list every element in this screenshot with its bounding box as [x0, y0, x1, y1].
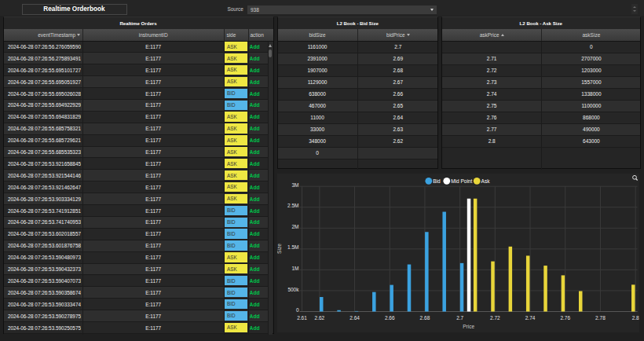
svg-text:2.61: 2.61: [297, 315, 307, 321]
svg-text:2M: 2M: [291, 224, 298, 229]
svg-text:2.76: 2.76: [560, 315, 570, 321]
svg-text:1M: 1M: [291, 266, 298, 271]
svg-text:1.5M: 1.5M: [287, 244, 298, 250]
svg-text:2.78: 2.78: [595, 315, 606, 321]
svg-text:2.68: 2.68: [419, 315, 430, 321]
svg-text:Ask: Ask: [481, 178, 490, 184]
svg-text:2.5M: 2.5M: [287, 203, 298, 208]
svg-text:500k: 500k: [287, 287, 299, 292]
svg-text:2.7: 2.7: [456, 315, 463, 321]
svg-text:2.64: 2.64: [349, 315, 360, 321]
svg-text:Bid: Bid: [433, 178, 441, 184]
svg-text:Mid Point: Mid Point: [451, 178, 472, 184]
svg-text:2.66: 2.66: [384, 315, 394, 321]
svg-text:2.62: 2.62: [314, 315, 324, 321]
svg-text:Size: Size: [277, 244, 282, 254]
svg-text:2.8: 2.8: [631, 315, 639, 321]
svg-text:0: 0: [295, 307, 298, 313]
svg-text:2.74: 2.74: [525, 315, 535, 321]
svg-text:3M: 3M: [291, 182, 298, 188]
svg-text:2.72: 2.72: [490, 315, 500, 321]
svg-text:Price: Price: [463, 324, 474, 329]
